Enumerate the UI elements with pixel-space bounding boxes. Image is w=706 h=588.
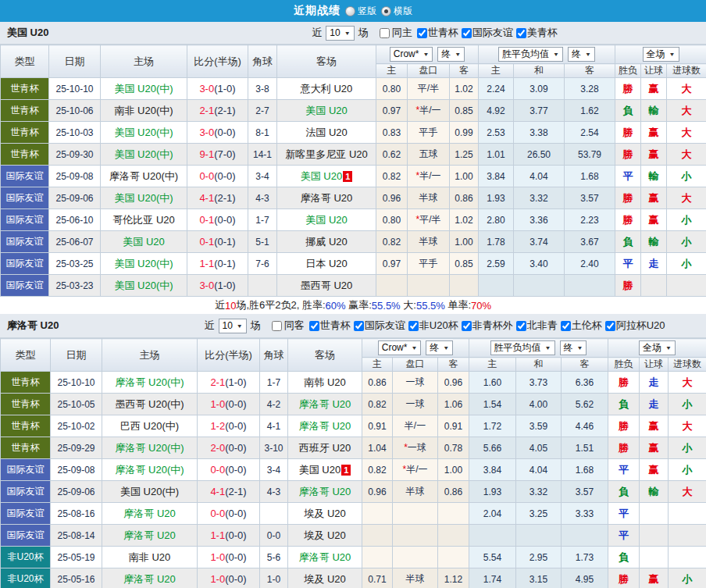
match-type: 世青杯 [1,144,49,166]
result-outcome: 平 [615,166,641,187]
score: 1-1(0-1) [187,253,248,275]
home-team: 摩洛哥 U20(中) [101,166,187,187]
odds-home [362,525,393,547]
cup-filter-checkbox[interactable] [354,321,364,331]
match-row: 国际友谊25-06-10哥伦比亚 U200-1(0-0)1-7美国 U200.8… [1,209,706,231]
team-name-text: 摩洛哥 U20 [299,420,351,432]
score: 1-0(0-0) [198,394,260,415]
mean-time-select[interactable]: 终▼ [560,340,587,355]
star-mark: * [415,214,419,225]
col-odds-away: 客 [450,64,479,78]
bookmaker-select[interactable]: Crow*▼ [378,340,422,355]
mean-away: 1.68 [565,166,615,187]
mean-type-select[interactable]: 胜平负均值▼ [490,340,555,355]
home-team: 美国 U20(中) [101,144,187,166]
same-venue-checkbox[interactable] [380,28,390,38]
cup-filter: 非青杯外 [458,319,513,331]
full-time-score: 1-0 [210,573,225,585]
col-mean-draw: 和 [516,358,562,372]
scope-select[interactable]: 全场▼ [639,340,676,355]
cup-filter-checkbox[interactable] [408,321,419,331]
match-count-select[interactable]: 10 ▼ [219,319,247,333]
cup-filter-checkbox[interactable] [605,321,615,331]
cup-filter-label: 国际友谊 [472,27,513,38]
odds-away: 1.02 [450,209,479,231]
away-team: 美国 U20 [277,209,376,231]
corner-score: 4-1 [260,415,288,437]
near-label: 近 [312,26,322,40]
cup-filter-checkbox[interactable] [462,28,472,38]
match-row: 国际友谊25-09-08摩洛哥 U20(中)0-0(0-0)3-4美国 U201… [1,166,706,187]
cup-filter-label: 国际友谊 [365,319,405,331]
match-row: 国际友谊25-09-08摩洛哥 U20(中)0-0(0-0)3-4美国 U201… [1,459,706,481]
odds-time-select[interactable]: 终▼ [426,340,453,355]
full-time-score: 3-0 [199,280,214,291]
away-team: 意大利 U20 [277,78,376,100]
cup-filter-checkbox[interactable] [462,321,472,331]
mean-home: 1.54 [469,394,516,415]
bookmaker-select[interactable]: Crow*▼ [390,47,433,62]
team-name-text: 新喀里多尼亚 U20 [285,148,367,160]
layout-option-vertical[interactable]: 竖版 [345,5,376,18]
handicap: 半球 [408,231,450,253]
score: 0-1(0-1) [187,231,248,253]
result-handicap: 走 [641,253,667,275]
team-name-text: 意大利 U20 [301,83,352,94]
radio-icon[interactable] [381,6,391,16]
corner-score: 4-3 [260,481,288,503]
away-team: 新喀里多尼亚 U20 [277,144,376,166]
same-venue-checkbox[interactable] [272,321,282,331]
handicap: *半/一 [408,100,450,122]
mean-home: 2.80 [479,209,514,231]
col-home: 主场 [102,339,198,372]
match-type: 世青杯 [1,78,49,100]
corner-score: 1-7 [248,209,277,231]
result-outcome: 負 [615,231,641,253]
match-date: 25-08-14 [51,525,102,547]
result-outcome: 勝 [615,209,641,231]
cup-filter-checkbox[interactable] [516,28,526,38]
result-outcome: 勝 [615,122,641,144]
result-handicap: 赢 [641,187,667,209]
result-outcome: 勝 [608,372,640,394]
col-mean-away: 客 [565,64,615,78]
result-handicap: 輸 [641,166,667,187]
cup-filter-label: 土伦杯 [572,319,602,331]
cup-filter-checkbox[interactable] [561,321,571,331]
match-row: 世青杯25-10-03美国 U20(中)3-0(0-0)8-1法国 U200.8… [1,122,706,144]
mean-draw: 3.74 [514,231,565,253]
result-handicap: 赢 [641,209,667,231]
col-result-outcome: 胜负 [615,64,641,78]
scope-select[interactable]: 全场▼ [643,47,679,62]
half-time-score: (1-0) [225,376,246,388]
topbar: 近期战绩 竖版 横版 [0,0,706,22]
full-time-score: 2-1 [199,105,214,116]
layout-option-horizontal[interactable]: 横版 [381,5,412,18]
corner-score [248,275,277,297]
odds-home [362,503,393,525]
mean-draw: 3.32 [514,187,565,209]
mean-away: 3.28 [565,78,615,100]
cup-filter-checkbox[interactable] [309,321,319,331]
result-outcome: 勝 [615,275,641,297]
mean-type-select[interactable]: 胜平负均值▼ [498,47,563,62]
half-time-score: (7-0) [214,148,235,160]
half-time-score: (2-1) [214,192,235,204]
mean-time-select[interactable]: 终▼ [568,47,595,62]
cup-filter-checkbox[interactable] [417,28,427,38]
cup-filter-checkbox[interactable] [516,321,526,331]
cup-filter: 土伦杯 [558,319,602,331]
match-count-select[interactable]: 10 ▼ [326,26,354,41]
chevron-down-icon: ▼ [455,52,461,58]
summary-segment: 70% [471,300,491,312]
handicap: 半球 [408,187,450,209]
mean-draw: 26.50 [514,144,565,166]
mean-draw: 4.04 [514,166,565,187]
score: 3-0(1-0) [187,275,248,297]
match-row: 国际友谊25-03-23美国 U20(中)3-0(1-0)墨西哥 U20勝 [1,275,706,297]
mean-draw: 3.73 [516,372,562,394]
radio-icon[interactable] [345,6,355,16]
odds-time-select[interactable]: 终▼ [437,47,465,62]
odds-away: 0.78 [438,437,469,459]
team-name-text: 摩洛哥 U20 [123,508,175,519]
